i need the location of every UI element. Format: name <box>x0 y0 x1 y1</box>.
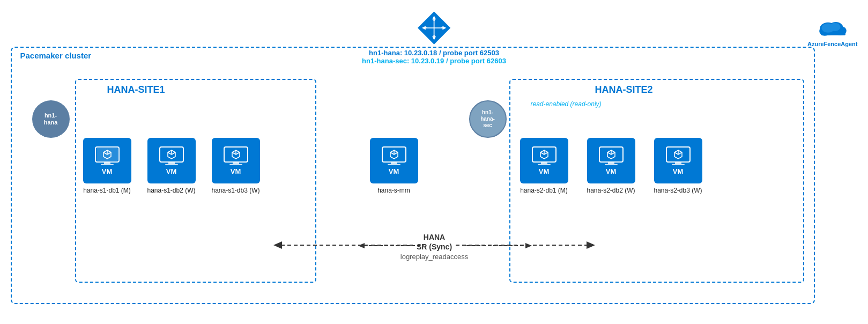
vm-label-s1-db3: VM <box>231 167 241 175</box>
svg-text:SR (Sync): SR (Sync) <box>416 242 451 251</box>
vm-hana-s2-db2: VM hana-s2-db2 (W) <box>587 138 635 194</box>
vm-box-s1-db1: VM <box>83 138 131 183</box>
svg-rect-41 <box>391 162 397 164</box>
svg-rect-21 <box>101 164 114 165</box>
vm-name-s2-db3: hana-s2-db3 (W) <box>654 187 702 194</box>
pacemaker-cluster-label: Pacemaker cluster <box>20 51 92 60</box>
svg-point-17 <box>829 23 841 31</box>
svg-text:HANA: HANA <box>423 234 444 241</box>
vm-box-s2-db1: VM <box>520 138 568 183</box>
svg-line-53 <box>540 152 544 154</box>
vm-name-s1-db3: hana-s1-db3 (W) <box>212 187 260 194</box>
svg-line-60 <box>607 152 611 154</box>
hana-site1-label: HANA-SITE1 <box>107 84 165 95</box>
vm-box-s2-db3: VM <box>654 138 702 183</box>
svg-line-31 <box>172 152 175 154</box>
read-enabled-label: read-enabled (read-only) <box>531 100 602 108</box>
vm-label-s2-db3: VM <box>673 167 684 175</box>
vm-name-s1-db1: hana-s1-db1 (M) <box>83 187 131 194</box>
vm-name-s1-db2: hana-s1-db2 (W) <box>147 187 196 194</box>
vm-hana-s1-db2: VM hana-s1-db2 (W) <box>147 138 196 194</box>
vm-hana-s-mm: VM hana-s-mm <box>370 138 418 194</box>
hana-sr-arrow-container: HANA SR (Sync) logreplay_readaccess <box>11 234 858 272</box>
hn1-hana-sec-circle: hn1-hana-sec <box>469 100 507 138</box>
azure-fence-agent: AzureFenceAgent <box>807 14 858 47</box>
svg-line-45 <box>394 152 398 154</box>
vm-hana-s1-db1: VM hana-s1-db1 (M) <box>83 138 131 194</box>
svg-line-46 <box>390 152 394 154</box>
vm-box-s1-db2: VM <box>147 138 196 183</box>
vm-name-s2-db2: hana-s2-db2 (W) <box>587 187 635 194</box>
vm-hana-s2-db3: VM hana-s2-db3 (W) <box>654 138 702 194</box>
svg-rect-56 <box>605 164 618 165</box>
svg-rect-49 <box>538 164 551 165</box>
vm-box-s-mm: VM <box>370 138 418 183</box>
svg-rect-55 <box>608 162 614 164</box>
vm-hana-s1-db3: VM hana-s1-db3 (W) <box>212 138 260 194</box>
svg-line-66 <box>678 152 682 154</box>
svg-line-52 <box>544 152 548 154</box>
svg-rect-28 <box>165 164 178 165</box>
vm-name-s2-db1: hana-s2-db1 (M) <box>520 187 568 194</box>
svg-text:logreplay_readaccess: logreplay_readaccess <box>400 253 468 261</box>
svg-rect-62 <box>675 162 681 164</box>
svg-line-67 <box>674 152 678 154</box>
vm-monitor-icon-s2-db1 <box>531 146 557 166</box>
vm-monitor-icon-s2-db2 <box>598 146 624 166</box>
vm-label-s2-db2: VM <box>606 167 617 175</box>
lb-diamond-icon <box>416 9 453 47</box>
svg-marker-75 <box>587 241 595 249</box>
vm-label-s1-db2: VM <box>166 167 177 175</box>
svg-rect-20 <box>104 162 110 164</box>
vm-monitor-icon-s1-db2 <box>159 146 184 166</box>
svg-rect-63 <box>672 164 685 165</box>
hana-site2-label: HANA-SITE2 <box>595 84 653 95</box>
svg-rect-35 <box>229 164 242 165</box>
vm-box-s2-db2: VM <box>587 138 635 183</box>
vm-monitor-icon-s2-db3 <box>665 146 691 166</box>
svg-marker-72 <box>273 241 282 249</box>
azure-cloud-icon <box>817 14 849 39</box>
vm-label-s2-db1: VM <box>539 167 550 175</box>
svg-rect-34 <box>233 162 239 164</box>
svg-rect-27 <box>168 162 175 164</box>
vm-box-s1-db3: VM <box>212 138 260 183</box>
hana-sr-full-arrow: HANA SR (Sync) logreplay_readaccess <box>268 234 600 272</box>
vm-monitor-icon-s1-db1 <box>94 146 120 166</box>
azure-fence-label: AzureFenceAgent <box>807 41 858 47</box>
vm-name-s-mm: hana-s-mm <box>377 187 410 194</box>
vm-monitor-icon-s1-db3 <box>223 146 249 166</box>
svg-line-59 <box>611 152 615 154</box>
svg-line-39 <box>232 152 236 154</box>
vm-monitor-icon-s-mm <box>381 146 407 166</box>
vm-label-s-mm: VM <box>389 167 399 175</box>
diagram-container: hn1-hana: 10.23.0.18 / probe port 62503 … <box>11 9 858 315</box>
hn1-hana-circle: hn1-hana <box>32 100 70 138</box>
svg-rect-48 <box>541 162 547 164</box>
svg-line-38 <box>236 152 240 154</box>
svg-rect-42 <box>388 164 400 165</box>
svg-line-32 <box>168 152 172 154</box>
vm-hana-s2-db1: VM hana-s2-db1 (M) <box>520 138 568 194</box>
vm-label-s1-db1: VM <box>102 167 113 175</box>
